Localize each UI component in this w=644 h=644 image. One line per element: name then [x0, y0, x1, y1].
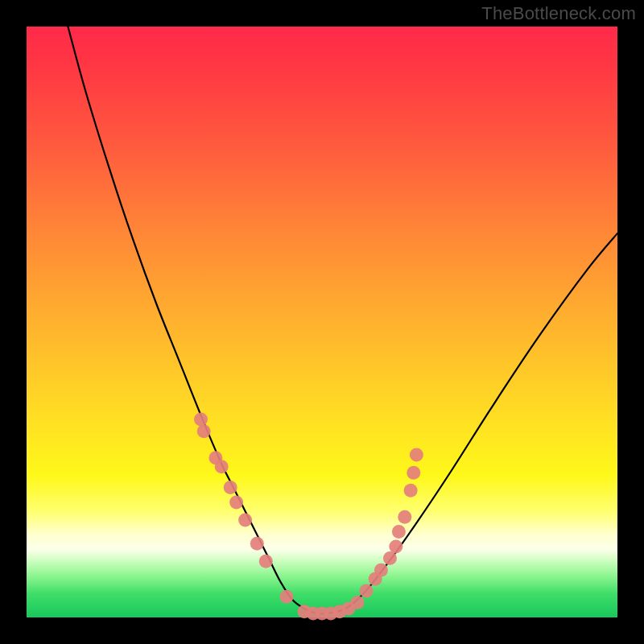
marker-dot	[259, 555, 273, 568]
marker-dot	[197, 424, 211, 438]
marker-dot	[404, 484, 418, 497]
marker-dot	[229, 495, 243, 509]
marker-dot	[392, 525, 406, 539]
bottleneck-curve	[68, 27, 617, 614]
marker-dot	[280, 590, 294, 604]
plot-area	[27, 27, 617, 617]
marker-dot	[389, 539, 402, 553]
marker-dot	[351, 596, 365, 609]
marker-dot	[360, 584, 374, 598]
chart-frame: TheBottleneck.com	[0, 0, 644, 644]
marker-dot	[238, 513, 252, 526]
marker-dot	[407, 466, 420, 480]
marker-dot	[215, 460, 229, 473]
marker-dot	[374, 564, 388, 577]
scatter-markers	[194, 413, 423, 621]
marker-dot	[194, 413, 208, 427]
marker-dot	[383, 551, 397, 565]
marker-dot	[224, 481, 237, 494]
marker-dot	[398, 510, 411, 524]
marker-dot	[410, 448, 423, 462]
curve-layer	[27, 27, 617, 617]
marker-dot	[250, 537, 264, 551]
watermark-text: TheBottleneck.com	[481, 3, 636, 24]
